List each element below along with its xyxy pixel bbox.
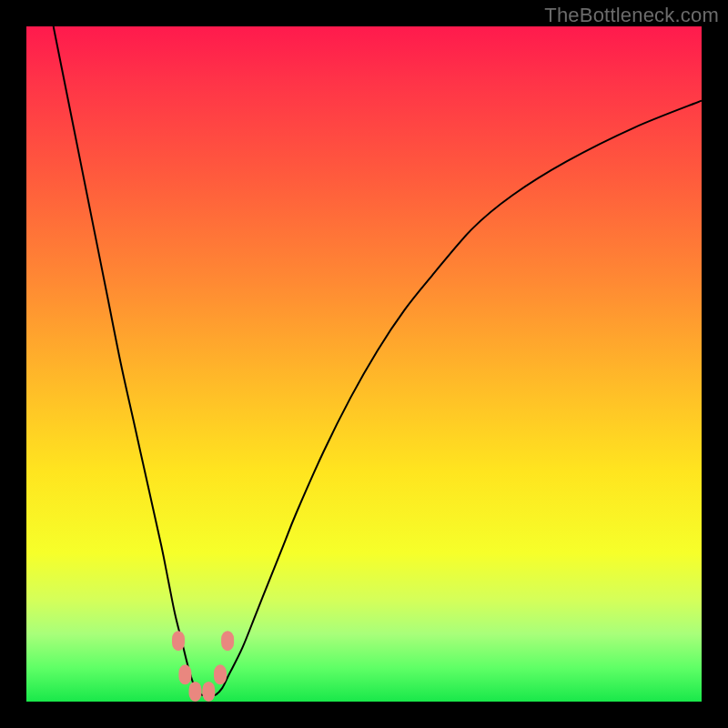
curve-marker <box>202 682 215 702</box>
curve-markers <box>172 631 234 702</box>
plot-area <box>26 26 702 702</box>
chart-frame: TheBottleneck.com <box>0 0 728 728</box>
watermark-text: TheBottleneck.com <box>544 4 719 27</box>
curve-marker <box>172 631 185 651</box>
curve-marker <box>214 664 227 684</box>
bottleneck-curve-svg <box>26 26 702 702</box>
curve-marker <box>221 631 234 651</box>
curve-marker <box>189 682 202 702</box>
bottleneck-curve <box>54 26 702 695</box>
curve-marker <box>178 664 191 684</box>
